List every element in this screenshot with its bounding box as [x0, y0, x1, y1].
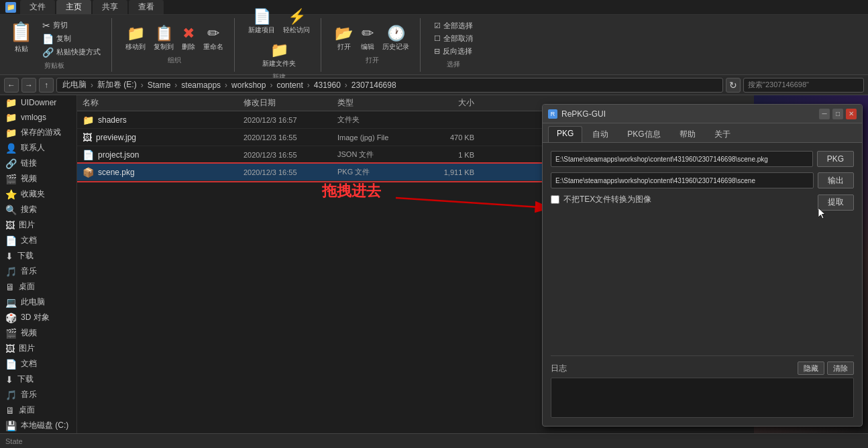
- sidebar-item-vmlogs[interactable]: 📁 vmlogs: [0, 110, 76, 125]
- dialog-tab-help[interactable]: 帮助: [671, 126, 704, 142]
- refresh-button[interactable]: ↻: [726, 78, 741, 93]
- tab-view[interactable]: 查看: [129, 0, 164, 14]
- new-folder-icon: 📁: [270, 43, 288, 58]
- up-button[interactable]: ↑: [39, 78, 54, 93]
- sidebar-item-links[interactable]: 🔗 链接: [0, 156, 76, 171]
- sidebar-item-video2[interactable]: 🎬 视频: [0, 325, 76, 341]
- path-steamapps: steamapps: [181, 80, 221, 90]
- dialog-tab-pkg[interactable]: PKG: [548, 126, 582, 142]
- sidebar-item-music2[interactable]: 🎵 音乐: [0, 387, 76, 402]
- path-id: 2307146698: [351, 80, 396, 90]
- easy-access-button[interactable]: ⚡ 轻松访问: [280, 8, 313, 36]
- col-header-size[interactable]: 大小: [413, 97, 480, 109]
- sidebar-item-uidowner[interactable]: 📁 UIDowner: [0, 95, 76, 110]
- paste-icon: 📋: [9, 21, 33, 43]
- minimize-button[interactable]: ─: [819, 109, 830, 119]
- sidebar-item-desktop2[interactable]: 🖥 桌面: [0, 402, 76, 418]
- edit-icon: ✏: [362, 26, 374, 41]
- dialog-title: R RePKG-GUI: [548, 109, 606, 119]
- rename-button[interactable]: ✏ 重命名: [201, 25, 226, 53]
- log-area[interactable]: [551, 378, 854, 418]
- sidebar-item-desktop[interactable]: 🖥 桌面: [0, 279, 76, 294]
- copy-icon: 📄: [42, 34, 54, 44]
- copy-label: 复制: [56, 34, 71, 44]
- dialog-tab-pkginfo[interactable]: PKG信息: [618, 126, 669, 142]
- sidebar-item-savegames[interactable]: 📁 保存的游戏: [0, 125, 76, 140]
- forward-button[interactable]: →: [21, 78, 36, 93]
- edit-button[interactable]: ✏ 编辑: [358, 25, 377, 53]
- download-icon: ⬇: [5, 251, 13, 262]
- sidebar-item-favorites[interactable]: ⭐ 收藏夹: [0, 186, 76, 202]
- sidebar-item-thispc[interactable]: 💻 此电脑: [0, 294, 76, 310]
- dialog-tab-about[interactable]: 关于: [706, 126, 739, 142]
- sidebar-item-docs2[interactable]: 📄 文档: [0, 356, 76, 372]
- no-tex-checkbox-input[interactable]: [551, 195, 559, 204]
- pkg-button[interactable]: PKG: [817, 151, 854, 167]
- select-none-icon: ☐: [434, 34, 441, 43]
- move-button[interactable]: 📁 移动到: [123, 25, 148, 53]
- address-path[interactable]: 此电脑 › 新加卷 (E:) › Stame › steamapps › wor…: [56, 78, 723, 93]
- new-folder-label: 新建文件夹: [262, 59, 296, 68]
- back-button[interactable]: ←: [4, 78, 19, 93]
- video-icon: 🎬: [5, 328, 17, 339]
- search-box[interactable]: 搜索"2307146698": [743, 78, 864, 93]
- cut-button[interactable]: ✂ 剪切: [40, 19, 103, 32]
- close-button[interactable]: ✕: [846, 109, 857, 119]
- star-icon: ⭐: [5, 189, 17, 200]
- col-header-date[interactable]: 修改日期: [238, 97, 332, 109]
- delete-icon: ✖: [182, 26, 195, 41]
- sidebar-item-downloads2[interactable]: ⬇ 下载: [0, 372, 76, 387]
- sidebar-item-docs[interactable]: 📄 文档: [0, 233, 76, 248]
- log-clear-button[interactable]: 清除: [827, 361, 854, 375]
- copy-to-label: 复制到: [154, 42, 174, 52]
- history-label: 历史记录: [382, 42, 409, 52]
- tab-share[interactable]: 共享: [93, 0, 127, 14]
- dialog-app-icon: R: [548, 109, 557, 119]
- shortcut-button[interactable]: 🔗 粘贴快捷方式: [40, 46, 103, 58]
- rename-icon: ✏: [207, 26, 219, 41]
- download-icon: ⬇: [5, 374, 13, 385]
- maximize-button[interactable]: □: [832, 109, 843, 119]
- tab-home[interactable]: 主页: [56, 0, 91, 14]
- open-button[interactable]: 📂 打开: [332, 25, 356, 53]
- sidebar-item-search[interactable]: 🔍 搜索: [0, 202, 76, 217]
- tab-file[interactable]: 文件: [20, 0, 55, 14]
- col-header-type[interactable]: 类型: [332, 97, 413, 109]
- history-button[interactable]: 🕐 历史记录: [380, 25, 412, 53]
- sidebar-item-contacts[interactable]: 👤 联系人: [0, 140, 76, 156]
- paste-button[interactable]: 📋 粘贴: [5, 19, 37, 55]
- log-header: 日志 隐藏 清除: [551, 361, 854, 375]
- copy-to-button[interactable]: 📋 复制到: [151, 25, 176, 53]
- pkg-input[interactable]: E:\Stame\steamapps\workshop\content\4319…: [551, 151, 813, 167]
- invert-select-button[interactable]: ⊟ 反向选择: [431, 46, 476, 57]
- no-tex-convert-checkbox[interactable]: 不把TEX文件转换为图像: [551, 194, 651, 205]
- log-hide-button[interactable]: 隐藏: [798, 361, 824, 375]
- sidebar-item-music[interactable]: 🎵 音乐: [0, 264, 76, 279]
- ribbon-tabs[interactable]: 文件 主页 共享 查看: [20, 0, 164, 14]
- sidebar-item-video[interactable]: 🎬 视频: [0, 171, 76, 186]
- output-button[interactable]: 输出: [818, 172, 854, 188]
- dialog-tab-auto[interactable]: 自动: [584, 126, 617, 142]
- sidebar-item-pictures2[interactable]: 🖼 图片: [0, 341, 76, 356]
- new-folder-button[interactable]: 📁 新建文件夹: [260, 42, 299, 70]
- ribbon: 📋 粘贴 ✂ 剪切 📄 复制 🔗 粘贴快捷方式 剪贴板: [0, 15, 868, 75]
- clipboard-group-label: 剪贴板: [44, 61, 64, 70]
- sidebar-item-downloads[interactable]: ⬇ 下载: [0, 248, 76, 264]
- sidebar-item-pictures[interactable]: 🖼 图片: [0, 217, 76, 233]
- extract-button[interactable]: 提取: [818, 194, 854, 211]
- copy-button[interactable]: 📄 复制: [40, 33, 103, 45]
- new-item-button[interactable]: 📄 新建项目: [246, 8, 278, 36]
- sidebar-label: 下载: [17, 374, 34, 385]
- invert-select-label: 反向选择: [443, 46, 472, 56]
- output-input[interactable]: E:\Stame\steamapps\workshop\content\4319…: [551, 172, 814, 188]
- select-all-button[interactable]: ☑ 全部选择: [431, 20, 476, 32]
- sidebar-item-3dobjects[interactable]: 🎲 3D 对象: [0, 310, 76, 325]
- sidebar-item-localdisk-c[interactable]: 💾 本地磁盘 (C:): [0, 418, 76, 433]
- delete-button[interactable]: ✖ 删除: [179, 25, 198, 53]
- open-label: 打开: [337, 42, 351, 52]
- col-header-name[interactable]: 名称: [77, 97, 238, 109]
- sidebar-label: 音乐: [21, 389, 37, 400]
- disk-icon: 💾: [5, 421, 17, 431]
- sidebar: 📁 UIDowner 📁 vmlogs 📁 保存的游戏 👤 联系人 🔗 链接 🎬…: [0, 95, 77, 433]
- select-none-button[interactable]: ☐ 全部取消: [431, 33, 476, 44]
